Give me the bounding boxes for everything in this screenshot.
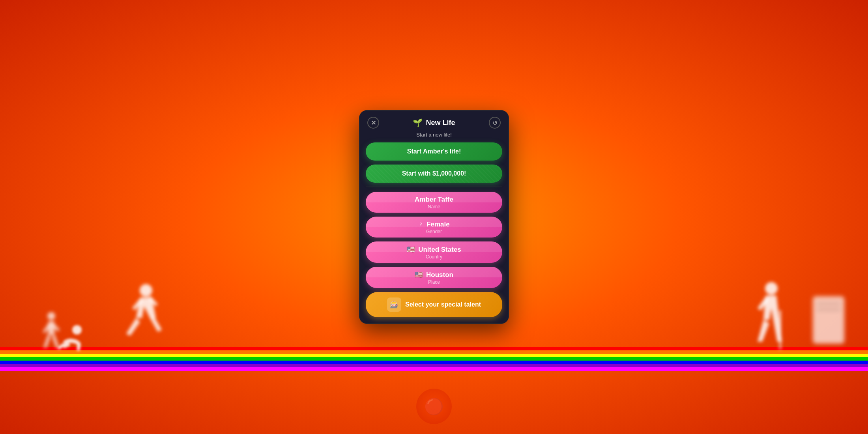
logo-icon: 🔴 bbox=[416, 389, 452, 424]
start-life-button[interactable]: Start Amber's life! bbox=[366, 142, 502, 161]
gender-option-content: ♀ Female Gender bbox=[366, 217, 502, 238]
start-million-button[interactable]: Start with $1,000,000! bbox=[366, 165, 502, 183]
modal-container: ✕ 🌱 New Life ↺ Start a new life! Start A… bbox=[359, 110, 509, 324]
country-flag-icon: 🇺🇸 bbox=[407, 245, 415, 254]
rainbow-bar bbox=[0, 347, 868, 371]
divider bbox=[366, 187, 502, 187]
modal-body: Start Amber's life! Start with $1,000,00… bbox=[359, 142, 509, 324]
place-flag-icon: 🇺🇸 bbox=[415, 271, 423, 279]
select-talent-button[interactable]: 🎰 Select your special talent bbox=[366, 292, 502, 317]
new-life-modal: ✕ 🌱 New Life ↺ Start a new life! Start A… bbox=[359, 110, 509, 324]
country-option-button[interactable]: 🇺🇸 United States Country bbox=[366, 241, 502, 263]
modal-title-group: 🌱 New Life bbox=[413, 118, 455, 127]
bottom-logo: 🔴 bbox=[398, 387, 470, 426]
sprout-icon: 🌱 bbox=[413, 118, 423, 127]
country-option-content: 🇺🇸 United States Country bbox=[366, 241, 502, 263]
gender-value: ♀ Female bbox=[374, 221, 494, 228]
place-option-content: 🇺🇸 Houston Place bbox=[366, 267, 502, 288]
gender-option-button[interactable]: ♀ Female Gender bbox=[366, 217, 502, 238]
gender-icon: ♀ bbox=[418, 221, 423, 228]
name-value: Amber Taffe bbox=[374, 196, 494, 204]
country-label: Country bbox=[374, 254, 494, 260]
talent-label: Select your special talent bbox=[405, 301, 481, 308]
gender-label: Gender bbox=[374, 229, 494, 234]
place-option-button[interactable]: 🇺🇸 Houston Place bbox=[366, 267, 502, 288]
refresh-button[interactable]: ↺ bbox=[489, 117, 501, 129]
place-value: 🇺🇸 Houston bbox=[374, 271, 494, 279]
modal-subtitle: Start a new life! bbox=[359, 132, 509, 142]
close-button[interactable]: ✕ bbox=[367, 117, 379, 129]
name-label: Name bbox=[374, 204, 494, 210]
modal-header: ✕ 🌱 New Life ↺ bbox=[359, 110, 509, 132]
place-label: Place bbox=[374, 279, 494, 285]
name-option-content: Amber Taffe Name bbox=[366, 192, 502, 213]
options-section: Amber Taffe Name ♀ Female Gender bbox=[366, 192, 502, 317]
country-value: 🇺🇸 United States bbox=[374, 245, 494, 254]
name-option-button[interactable]: Amber Taffe Name bbox=[366, 192, 502, 213]
talent-icon: 🎰 bbox=[387, 297, 401, 312]
modal-title: New Life bbox=[426, 119, 455, 127]
